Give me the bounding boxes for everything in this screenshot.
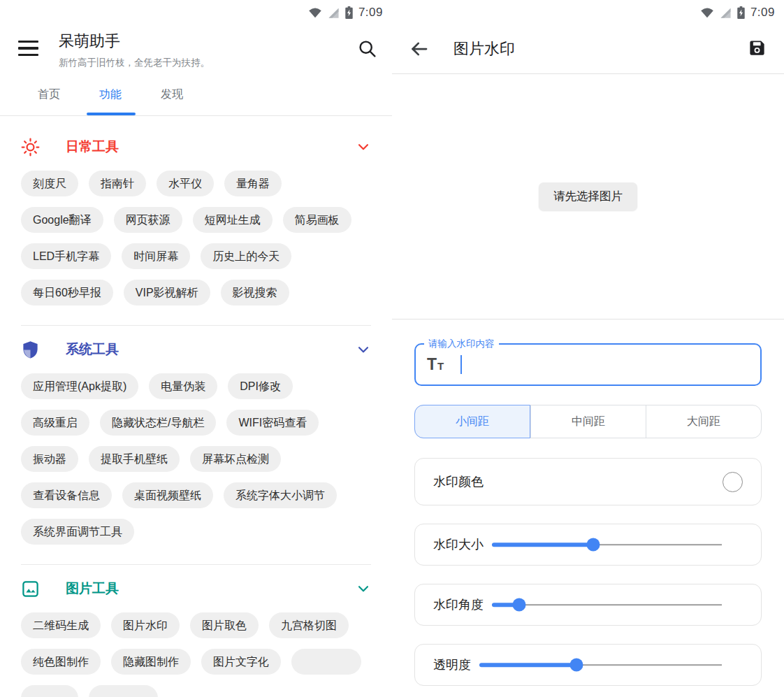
divider <box>21 325 371 326</box>
cutoff-tool-chip[interactable] <box>21 685 78 697</box>
tool-chip[interactable]: 屏幕坏点检测 <box>190 446 281 472</box>
tool-chip[interactable]: WIFI密码查看 <box>226 410 319 436</box>
tool-chip[interactable]: 应用管理(Apk提取) <box>21 373 138 399</box>
slider-thumb[interactable] <box>569 659 583 672</box>
tool-chip[interactable]: 时间屏幕 <box>122 243 190 269</box>
battery-charging-icon <box>737 6 745 19</box>
tab-medium-spacing[interactable]: 中间距 <box>530 405 646 438</box>
section-title-daily: 日常工具 <box>66 138 119 156</box>
no-signal-icon <box>328 7 340 18</box>
tool-chip[interactable]: Google翻译 <box>21 207 103 233</box>
watermark-controls: 请输入水印内容 TT 小间距 中间距 大间距 水印颜色 水印大小 <box>392 343 784 686</box>
chevron-down-icon[interactable] <box>356 139 371 155</box>
watermark-text-input[interactable]: 请输入水印内容 TT <box>414 343 762 386</box>
tool-chip[interactable]: 纯色图制作 <box>21 649 101 675</box>
tool-chip[interactable]: VIP影视解析 <box>124 280 210 306</box>
top-tabs: 首页 功能 发现 <box>0 73 392 116</box>
cutoff-tool-chip[interactable] <box>89 685 158 697</box>
size-label: 水印大小 <box>433 536 484 553</box>
title-block: 呆萌助手 新竹高于旧竹枝，全凭老干为扶持。 <box>59 31 210 69</box>
active-tab-indicator <box>87 113 136 115</box>
search-icon[interactable] <box>357 38 377 59</box>
sun-icon <box>21 138 40 157</box>
tool-chip[interactable]: DPI修改 <box>228 373 293 399</box>
watermark-size-card: 水印大小 <box>414 524 762 566</box>
color-label: 水印颜色 <box>433 473 484 490</box>
tool-chip[interactable]: 历史上的今天 <box>201 243 291 269</box>
tool-chip[interactable]: 查看设备信息 <box>21 482 112 508</box>
left-panel-home: 7:09 呆萌助手 新竹高于旧竹枝，全凭老干为扶持。 首页 功能 发现 <box>0 0 392 697</box>
watermark-angle-card: 水印角度 <box>414 584 762 626</box>
save-icon[interactable] <box>748 38 767 57</box>
status-bar: 7:09 <box>392 0 784 25</box>
tool-chip[interactable]: 简易画板 <box>283 207 351 233</box>
tool-chip[interactable]: 二维码生成 <box>21 612 101 638</box>
tool-chip[interactable]: 图片取色 <box>190 612 259 638</box>
shield-icon <box>21 340 40 359</box>
tool-chip[interactable]: 量角器 <box>224 171 282 196</box>
text-format-icon: TT <box>427 357 444 373</box>
text-cursor <box>460 355 462 374</box>
tool-chip[interactable]: 每日60秒早报 <box>21 280 113 306</box>
slider-thumb[interactable] <box>586 538 600 552</box>
slider-fill <box>492 542 593 547</box>
opacity-card: 透明度 <box>414 644 762 686</box>
opacity-slider[interactable] <box>479 657 722 673</box>
section-header-daily: 日常工具 <box>21 133 371 161</box>
tool-chip[interactable]: 系统字体大小调节 <box>224 482 337 508</box>
tool-chip[interactable]: 影视搜索 <box>221 280 289 306</box>
tool-chip[interactable]: 刻度尺 <box>21 171 78 196</box>
back-arrow-icon[interactable] <box>409 38 430 59</box>
tool-chip[interactable]: 网页获源 <box>114 207 182 233</box>
tool-chip[interactable]: 图片水印 <box>111 612 180 638</box>
tool-chip[interactable]: 桌面视频壁纸 <box>122 482 213 508</box>
tool-chip[interactable]: 提取手机壁纸 <box>89 446 180 472</box>
page-title: 图片水印 <box>453 38 515 59</box>
no-signal-icon <box>720 7 732 18</box>
tool-chip[interactable]: LED手机字幕 <box>21 243 111 269</box>
watermark-size-slider[interactable] <box>492 537 722 552</box>
section-header-image: 图片工具 <box>21 575 371 603</box>
clock-text: 7:09 <box>358 6 383 20</box>
tool-chip[interactable]: 系统界面调节工具 <box>21 519 134 545</box>
battery-charging-icon <box>345 6 353 19</box>
tab-small-spacing[interactable]: 小间距 <box>414 405 530 438</box>
app-subtitle: 新竹高于旧竹枝，全凭老干为扶持。 <box>59 57 210 69</box>
tool-chip[interactable]: 短网址生成 <box>193 207 273 233</box>
divider <box>21 564 371 565</box>
tab-features[interactable]: 功能 <box>80 87 141 102</box>
section-header-system: 系统工具 <box>21 336 371 364</box>
tool-chip[interactable]: 高级重启 <box>21 410 89 436</box>
slider-thumb[interactable] <box>513 598 526 612</box>
tool-chip[interactable]: 水平仪 <box>157 171 214 196</box>
status-bar: 7:09 <box>0 0 392 25</box>
watermark-angle-slider[interactable] <box>492 597 722 612</box>
tool-chip[interactable]: 隐藏图制作 <box>111 649 191 675</box>
tab-discover[interactable]: 发现 <box>141 87 203 102</box>
tool-chip[interactable]: 电量伪装 <box>149 373 217 399</box>
watermark-color-card: 水印颜色 <box>414 458 762 505</box>
wifi-icon <box>700 7 714 18</box>
cutoff-tool-chip[interactable] <box>291 649 361 675</box>
chevron-down-icon[interactable] <box>356 581 371 596</box>
menu-icon[interactable] <box>18 41 38 56</box>
input-floating-label: 请输入水印内容 <box>424 338 499 350</box>
tool-chip[interactable]: 指南针 <box>89 171 146 196</box>
chip-list-daily: 刻度尺指南针水平仪量角器Google翻译网页获源短网址生成简易画板LED手机字幕… <box>21 171 371 306</box>
wifi-icon <box>308 7 322 18</box>
tab-large-spacing[interactable]: 大间距 <box>646 405 761 438</box>
app-title: 呆萌助手 <box>59 31 210 52</box>
select-image-button[interactable]: 请先选择图片 <box>539 182 637 210</box>
tab-home[interactable]: 首页 <box>18 87 80 102</box>
tool-chip[interactable]: 振动器 <box>21 446 78 472</box>
app-bar: 呆萌助手 新竹高于旧竹枝，全凭老干为扶持。 <box>0 25 392 73</box>
chevron-down-icon[interactable] <box>356 342 371 357</box>
color-swatch[interactable] <box>723 472 743 492</box>
opacity-label: 透明度 <box>433 656 471 673</box>
tool-chip[interactable]: 隐藏状态栏/导航栏 <box>100 410 216 436</box>
image-icon <box>21 580 40 598</box>
tool-chip[interactable]: 九宫格切图 <box>269 612 349 638</box>
slider-fill <box>479 663 576 667</box>
tool-chip[interactable]: 图片文字化 <box>201 649 281 675</box>
watermark-app-bar: 图片水印 <box>392 25 784 74</box>
